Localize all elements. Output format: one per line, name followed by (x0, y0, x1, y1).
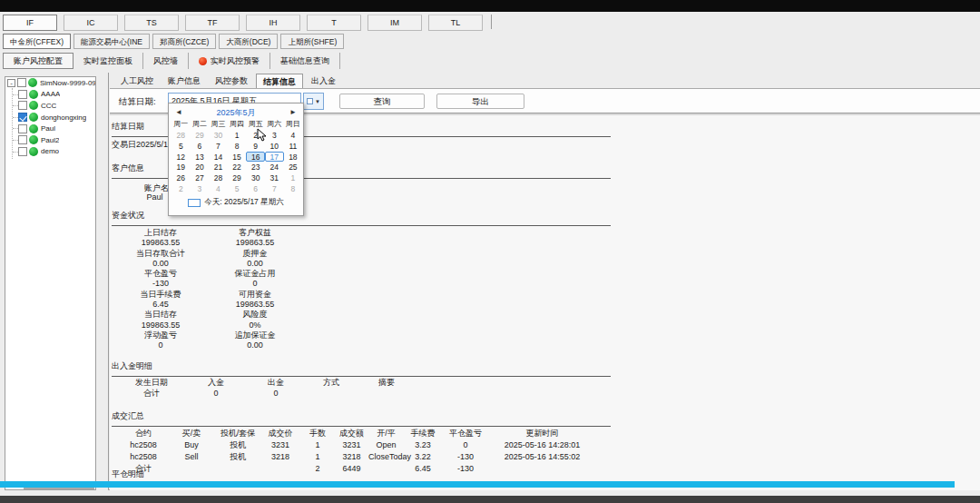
detail-tab-风控参数[interactable]: 风控参数 (209, 74, 254, 88)
tree-item-demo[interactable]: demo (5, 146, 95, 158)
calendar-day-28[interactable]: 28 (209, 173, 228, 183)
exchange-tab-4[interactable]: 上期所(SHFE) (280, 34, 344, 49)
tree-collapse-icon[interactable]: - (7, 79, 15, 87)
calendar-day-3[interactable]: 3 (265, 130, 284, 141)
exchange-tab-3[interactable]: 大商所(DCE) (219, 34, 278, 49)
calendar-day-30[interactable]: 30 (209, 130, 228, 141)
toolbar-item-label: 实时风控预警 (211, 54, 260, 69)
toolbar-item-3[interactable]: 实时风控预警 (189, 53, 270, 69)
calendar-footer[interactable]: 今天: 2025/5/17 星期六 (169, 197, 303, 208)
calendar-today-text: 今天: 2025/5/17 星期六 (204, 197, 283, 208)
calendar-day-17[interactable]: 17 (265, 152, 284, 163)
toolbar-item-0[interactable]: 账户风控配置 (3, 53, 74, 69)
tree-item-checkbox[interactable] (18, 113, 27, 122)
fund-item: 可用资金199863.55 (211, 290, 299, 311)
chevron-down-icon: ▼ (315, 99, 320, 104)
product-tab-if[interactable]: IF (3, 15, 57, 31)
toolbar-item-2[interactable]: 风控墙 (143, 53, 189, 69)
tree-item-CCC[interactable]: CCC (5, 100, 95, 112)
product-tab-t[interactable]: T (307, 15, 361, 31)
tree-item-checkbox[interactable] (18, 101, 27, 110)
calendar-day-13[interactable]: 13 (191, 152, 210, 163)
calendar-day-27[interactable]: 27 (191, 173, 210, 183)
detail-tab-结算信息[interactable]: 结算信息 (256, 74, 303, 88)
calendar-day-31[interactable]: 31 (265, 173, 284, 183)
calendar-day-19[interactable]: 19 (172, 162, 191, 173)
trades-cell: 1 (300, 439, 335, 450)
calendar-day-8[interactable]: 8 (228, 141, 247, 152)
exchange-tab-1[interactable]: 能源交易中心(INE (74, 34, 150, 49)
calendar-day-18[interactable]: 18 (284, 152, 303, 163)
tree-item-donghongxing[interactable]: donghongxing (5, 112, 95, 123)
product-tab-ts[interactable]: TS (124, 15, 179, 31)
tree-root-checkbox[interactable] (17, 78, 26, 87)
product-tab-ic[interactable]: IC (64, 15, 118, 31)
alert-red-dot-icon (199, 57, 207, 65)
tree-item-checkbox[interactable] (18, 135, 27, 144)
calendar-weekday: 周三 (209, 119, 228, 129)
product-tab-tl[interactable]: TL (428, 15, 483, 31)
tree-item-Paul2[interactable]: Paul2 (5, 134, 95, 146)
detail-tab-人工风控[interactable]: 人工风控 (114, 74, 160, 88)
calendar-day-6[interactable]: 6 (246, 183, 265, 194)
tree-item-Paul[interactable]: Paul (5, 123, 95, 134)
trades-cell: 3218 (260, 451, 300, 462)
calendar-day-16[interactable]: 16 (246, 152, 265, 163)
detail-tab-出入金[interactable]: 出入金 (305, 74, 342, 88)
deposits-col-header: 入金 (184, 377, 248, 388)
calendar-day-4[interactable]: 4 (209, 183, 228, 194)
calendar-day-25[interactable]: 25 (284, 162, 303, 173)
calendar-day-7[interactable]: 7 (265, 183, 284, 194)
calendar-day-8[interactable]: 8 (284, 183, 303, 194)
detail-tab-账户信息[interactable]: 账户信息 (162, 74, 207, 88)
calendar-title[interactable]: 2025年5月 (169, 106, 303, 119)
calendar-day-5[interactable]: 5 (228, 183, 247, 194)
calendar-day-29[interactable]: 29 (191, 130, 210, 141)
calendar-day-22[interactable]: 22 (228, 162, 247, 173)
trades-cell: 3231 (260, 439, 300, 450)
product-tab-im[interactable]: IM (368, 15, 422, 31)
calendar-day-4[interactable]: 4 (284, 130, 303, 141)
toolbar-item-4[interactable]: 基础信息查询 (270, 53, 340, 69)
tree-item-AAAA[interactable]: AAAA (5, 89, 95, 101)
calendar-day-20[interactable]: 20 (191, 162, 210, 173)
calendar-day-12[interactable]: 12 (172, 152, 191, 163)
calendar-prev-icon[interactable]: ◄ (175, 107, 182, 118)
query-button[interactable]: 查询 (339, 94, 425, 109)
calendar-day-1[interactable]: 1 (284, 173, 303, 183)
product-tab-tf[interactable]: TF (185, 15, 240, 31)
deposits-col-header: 摘要 (358, 377, 415, 388)
tree-root-row[interactable]: - SimNow-9999-09082 (5, 77, 95, 89)
calendar-day-3[interactable]: 3 (191, 183, 210, 194)
fund-item: 当日手续费6.45 (119, 290, 202, 311)
tree-item-checkbox[interactable] (18, 90, 27, 99)
export-button[interactable]: 导出 (436, 94, 524, 109)
calendar-day-6[interactable]: 6 (191, 141, 210, 152)
tree-item-checkbox[interactable] (18, 124, 27, 133)
calendar-day-21[interactable]: 21 (209, 162, 228, 173)
exchange-tab-0[interactable]: 中金所(CFFEX) (3, 34, 71, 49)
calendar-day-11[interactable]: 11 (284, 141, 303, 152)
trades-col-header: 合约 (119, 428, 168, 439)
toolbar-item-1[interactable]: 实时监控面板 (74, 53, 143, 69)
calendar-day-29[interactable]: 29 (228, 173, 247, 183)
date-dropdown-button[interactable]: ▼ (303, 93, 324, 110)
calendar-day-5[interactable]: 5 (172, 141, 191, 152)
calendar-next-icon[interactable]: ► (289, 107, 297, 118)
calendar-day-28[interactable]: 28 (172, 130, 191, 141)
calendar-day-23[interactable]: 23 (246, 162, 265, 173)
exchange-tab-2[interactable]: 郑商所(CZCE) (152, 34, 216, 49)
tree-item-checkbox[interactable] (18, 147, 27, 156)
calendar-day-7[interactable]: 7 (209, 141, 228, 152)
deposits-col-header: 出金 (248, 377, 304, 388)
calendar-day-1[interactable]: 1 (228, 130, 247, 141)
calendar-day-30[interactable]: 30 (246, 173, 265, 183)
calendar-day-26[interactable]: 26 (172, 173, 191, 183)
trades-cell (368, 463, 404, 474)
calendar-day-2[interactable]: 2 (172, 183, 191, 194)
calendar-day-14[interactable]: 14 (209, 152, 228, 163)
product-tab-ih[interactable]: IH (246, 15, 300, 31)
calendar-day-10[interactable]: 10 (265, 141, 284, 152)
calendar-day-24[interactable]: 24 (265, 162, 284, 173)
calendar-day-15[interactable]: 15 (228, 152, 247, 163)
